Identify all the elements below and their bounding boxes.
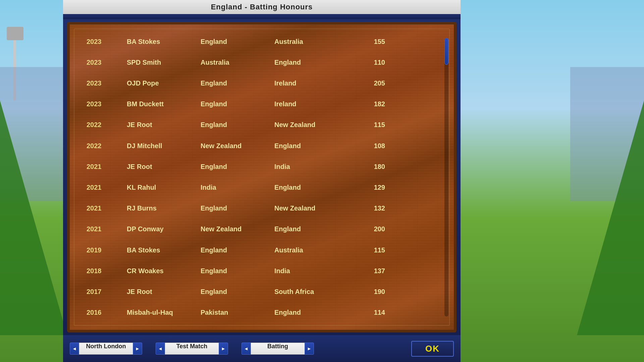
cell-year: 2023 <box>87 59 127 66</box>
table-row: 2023 BM Duckett England Ireland 182 <box>76 100 440 109</box>
cell-team: England <box>201 121 274 129</box>
cell-score: 155 <box>358 38 392 46</box>
match-type-arrow-left[interactable]: ◄ <box>156 343 165 355</box>
cell-team: England <box>201 288 274 296</box>
cell-team: England <box>201 79 274 87</box>
cell-score: 115 <box>358 121 392 129</box>
honours-table: 2023 BA Stokes England Australia 155 202… <box>76 31 447 323</box>
cell-player: JE Root <box>127 288 201 296</box>
cell-team: England <box>201 100 274 108</box>
cell-score: 190 <box>358 288 392 296</box>
cell-player: BA Stokes <box>127 38 201 46</box>
cell-opponent: Australia <box>274 246 358 254</box>
cell-year: 2016 <box>87 309 127 316</box>
cell-score: 205 <box>358 79 392 87</box>
venue-dropdown-group: ◄ North London ► <box>70 343 142 355</box>
cell-score: 114 <box>358 309 392 316</box>
venue-arrow-left[interactable]: ◄ <box>70 343 79 355</box>
match-type-dropdown-group: ◄ Test Match ► <box>156 343 228 355</box>
table-row: 2016 Misbah-ul-Haq Pakistan England 114 <box>76 308 440 317</box>
cell-opponent: Ireland <box>274 100 358 108</box>
cell-player: JE Root <box>127 121 201 129</box>
cell-score: 110 <box>358 59 392 66</box>
cell-opponent: India <box>274 163 358 171</box>
table-row: 2022 JE Root England New Zealand 115 <box>76 120 440 129</box>
cell-team: India <box>201 184 274 191</box>
cell-player: BA Stokes <box>127 246 201 254</box>
cell-opponent: England <box>274 309 358 316</box>
cell-player: RJ Burns <box>127 204 201 212</box>
main-panel: England - Batting Honours 2023 BA Stokes… <box>63 0 461 362</box>
table-row: 2023 OJD Pope England Ireland 205 <box>76 79 440 88</box>
venue-arrow-right[interactable]: ► <box>133 343 142 355</box>
cell-player: Misbah-ul-Haq <box>127 309 201 316</box>
scrollbar-thumb[interactable] <box>444 38 448 65</box>
cell-player: KL Rahul <box>127 184 201 191</box>
cell-opponent: Australia <box>274 38 358 46</box>
cell-player: BM Duckett <box>127 100 201 108</box>
header-strip <box>63 15 461 19</box>
title-bar: England - Batting Honours <box>63 0 461 15</box>
cell-team: England <box>201 204 274 212</box>
table-row: 2021 DP Conway New Zealand England 200 <box>76 225 440 234</box>
cell-opponent: India <box>274 267 358 275</box>
cell-team: England <box>201 163 274 171</box>
cell-player: JE Root <box>127 163 201 171</box>
wood-panel: 2023 BA Stokes England Australia 155 202… <box>67 22 457 333</box>
cell-team: England <box>201 246 274 254</box>
cell-player: SPD Smith <box>127 59 201 66</box>
category-arrow-right[interactable]: ► <box>305 343 314 355</box>
table-row: 2017 JE Root England South Africa 190 <box>76 287 440 296</box>
cell-opponent: England <box>274 225 358 233</box>
category-dropdown-group: ◄ Batting ► <box>241 343 314 355</box>
match-type-arrow-right[interactable]: ► <box>219 343 228 355</box>
cell-score: 200 <box>358 225 392 233</box>
cell-year: 2023 <box>87 38 127 46</box>
table-row: 2018 CR Woakes England India 137 <box>76 266 440 276</box>
category-dropdown[interactable]: Batting <box>251 343 305 355</box>
scrollbar-track[interactable] <box>444 38 448 316</box>
cell-year: 2021 <box>87 184 127 191</box>
cell-opponent: England <box>274 184 358 191</box>
cell-year: 2019 <box>87 246 127 254</box>
cell-opponent: England <box>274 59 358 66</box>
match-type-dropdown[interactable]: Test Match <box>165 343 219 355</box>
cell-score: 137 <box>358 267 392 275</box>
cell-year: 2021 <box>87 225 127 233</box>
page-title: England - Batting Honours <box>211 3 313 11</box>
table-row: 2021 RJ Burns England New Zealand 132 <box>76 204 440 213</box>
venue-dropdown[interactable]: North London <box>79 343 133 355</box>
bottom-bar: ◄ North London ► ◄ Test Match ► ◄ Battin… <box>63 335 461 362</box>
table-row: 2022 DJ Mitchell New Zealand England 108 <box>76 141 440 150</box>
cell-year: 2021 <box>87 204 127 212</box>
table-row: 2019 BA Stokes England Australia 115 <box>76 246 440 255</box>
cell-opponent: South Africa <box>274 288 358 296</box>
table-row: 2023 SPD Smith Australia England 110 <box>76 58 440 67</box>
cell-team: New Zealand <box>201 142 274 150</box>
cell-opponent: England <box>274 142 358 150</box>
category-arrow-left[interactable]: ◄ <box>241 343 251 355</box>
cell-player: CR Woakes <box>127 267 201 275</box>
cell-year: 2017 <box>87 288 127 296</box>
cell-team: England <box>201 38 274 46</box>
cell-score: 180 <box>358 163 392 171</box>
cell-player: DP Conway <box>127 225 201 233</box>
cell-team: Pakistan <box>201 309 274 316</box>
cell-player: OJD Pope <box>127 79 201 87</box>
cell-player: DJ Mitchell <box>127 142 201 150</box>
ok-button[interactable]: OK <box>411 341 454 357</box>
cell-team: New Zealand <box>201 225 274 233</box>
cell-year: 2021 <box>87 163 127 171</box>
cell-opponent: Ireland <box>274 79 358 87</box>
table-row: 2023 BA Stokes England Australia 155 <box>76 37 440 46</box>
cell-year: 2022 <box>87 121 127 129</box>
cell-opponent: New Zealand <box>274 121 358 129</box>
cell-team: England <box>201 267 274 275</box>
cell-score: 132 <box>358 204 392 212</box>
table-row: 2021 KL Rahul India England 129 <box>76 183 440 192</box>
cell-year: 2023 <box>87 100 127 108</box>
cell-year: 2022 <box>87 142 127 150</box>
cell-score: 129 <box>358 184 392 191</box>
cell-score: 115 <box>358 246 392 254</box>
cell-team: Australia <box>201 59 274 66</box>
